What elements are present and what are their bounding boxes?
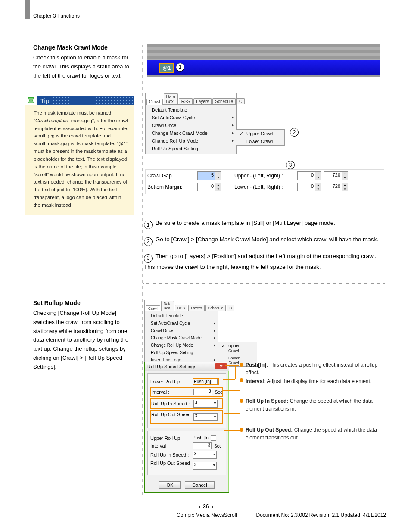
inspd-label: Roll Up In Speed : [151, 401, 191, 406]
menu-item[interactable]: Change Roll Up Mode [146, 137, 236, 145]
mask-placeholder: @1 [159, 63, 174, 73]
menu-item[interactable]: Roll Up Speed Setting [146, 145, 236, 152]
callout-inspd: Roll Up In Speed: Change the speed at wh… [246, 397, 383, 413]
lower-right-spinner[interactable]: 720▲▼ [324, 183, 348, 191]
footer-right: Document No: 2.3.002 Revision: 2.1 Updat… [256, 512, 386, 518]
pushin-lower-box: Push [In] [193, 378, 219, 385]
tip-body: The mask template must be named "CrawlTe… [25, 105, 134, 215]
submenu-upper[interactable]: Upper Crawl [236, 130, 284, 137]
tab-schedule[interactable]: Schedule [212, 98, 236, 104]
callout-2-marker: 2 [290, 128, 299, 137]
interval-input-upper[interactable]: 3 [193, 442, 212, 449]
section2-body: Checking [Change Roll Up Mode] switches … [33, 309, 134, 372]
bottom-margin-spinner[interactable]: 0▲▼ [197, 183, 221, 191]
sidebar-stripe [25, 0, 30, 19]
tab-crawl[interactable]: Crawl [146, 99, 163, 105]
chapter-heading: Chapter 3 Functions [33, 13, 80, 19]
outspd-select[interactable]: 3 [193, 413, 218, 421]
crawl-gap-label: Crawl Gap : [147, 173, 195, 179]
upper-label: Upper - (Left, Right) : [234, 173, 295, 179]
rollup-menu: Crawl Data Box RSS Layers Schedule C Def… [144, 300, 218, 365]
menu-item-rollup[interactable]: Change Roll Up Mode Upper Crawl Lower Cr… [145, 342, 218, 349]
tab-c[interactable]: C [237, 98, 245, 104]
footer-left: Compix Media NewsScroll [177, 512, 237, 518]
lower-label: Lower - (Left, Right) : [234, 184, 295, 190]
pushin-lower-checkbox[interactable] [212, 379, 218, 384]
section2-title: Set Rollup Mode [33, 299, 134, 306]
page-footer: 36 Compix Media NewsScroll Document No: … [26, 504, 386, 518]
step-1: 1 Be sure to create a mask template in [… [144, 219, 383, 230]
outspd-label: Roll Up Out Speed : [151, 412, 191, 422]
lower-rollup-label: Lower Roll Up [150, 379, 190, 384]
section1-title: Change Mask Crawl Mode [33, 44, 134, 51]
interval-input[interactable]: 3 [193, 389, 212, 395]
rollup-dialog: Roll Up Speed Settings ✕ Lower Roll Up P… [144, 362, 229, 493]
lower-left-spinner[interactable]: 0▲▼ [297, 183, 321, 191]
outspd-select-upper[interactable]: 3 [193, 462, 217, 470]
callout-pushin: Push[In]: This creates a pushing effect … [246, 361, 383, 376]
callout-3-marker: 3 [286, 161, 295, 169]
separator [143, 283, 385, 284]
step-2: 2 Go to [Crawl] > [Change Mask Crawl Mod… [144, 235, 383, 246]
tip-icon [25, 96, 37, 105]
inspd-select[interactable]: 3 [193, 400, 218, 408]
upper-right-spinner[interactable]: 720▲▼ [324, 171, 348, 180]
menu-item[interactable]: Default Template [146, 106, 236, 114]
tab-rss[interactable]: RSS [179, 98, 193, 104]
section1-body: Check this option to enable a mask for t… [33, 53, 134, 80]
tab-layers[interactable]: Layers [193, 98, 212, 104]
crawl-gap-spinner[interactable]: 5▲▼ [197, 171, 221, 180]
menu-item-change-mask[interactable]: Change Mask Crawl Mode Upper Crawl Lower… [146, 129, 236, 137]
dialog-title: Roll Up Speed Settings [147, 364, 196, 369]
menu-tabs: Crawl Data Box RSS Layers Schedule C [146, 93, 236, 105]
callout-1-marker: 1 [176, 63, 184, 72]
tab-databox[interactable]: Data Box [164, 93, 178, 104]
menu-item[interactable]: Crawl Once [146, 121, 236, 129]
inspd-select-upper[interactable]: 3 [193, 451, 217, 459]
submenu-lower[interactable]: Lower Crawl [236, 137, 284, 145]
close-icon[interactable]: ✕ [215, 363, 227, 369]
crawl-menu: Crawl Data Box RSS Layers Schedule C Def… [145, 93, 237, 154]
page-number: 36 [203, 504, 209, 510]
tip-label: Tip [40, 97, 49, 104]
callout-outspd: Roll Up Out Speed: Change the speed at w… [246, 426, 383, 442]
guide-line [142, 45, 143, 495]
upper-rollup-label: Upper Roll Up [150, 436, 190, 441]
top-rule [25, 20, 385, 20]
cancel-button[interactable]: Cancel [185, 481, 214, 489]
crawl-preview: @1 1 [147, 44, 380, 77]
bottom-margin-label: Bottom Margin: [147, 184, 195, 190]
pushin-upper-checkbox[interactable] [211, 435, 216, 441]
tip-dots [53, 96, 134, 105]
tip-box: Tip The mask template must be named "Cra… [25, 96, 134, 215]
submenu: Upper Crawl Lower Crawl [236, 129, 285, 146]
menu-item[interactable]: Set AutoCrawl Cycle [146, 114, 236, 121]
step-3: 3 Then go to [Layers] > [Position] and a… [144, 252, 383, 271]
upper-left-spinner[interactable]: 0▲▼ [297, 171, 321, 180]
callout-interval: Interval: Adjust the display time for ea… [246, 377, 383, 385]
ok-button[interactable]: OK [159, 481, 181, 489]
dialog-title-bar: Roll Up Speed Settings ✕ [145, 362, 229, 371]
interval-label: Interval : [151, 389, 191, 395]
